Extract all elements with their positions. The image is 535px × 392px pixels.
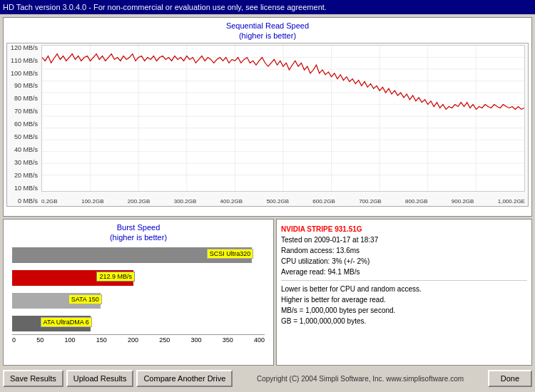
sata-bar: SATA 150 — [12, 293, 101, 309]
scsi-bar-label: SCSI Ultra320 — [207, 249, 254, 259]
info-line-1: Tested on 2009-01-17 at 18:37 — [281, 234, 527, 245]
bottom-bar: Save Results Upload Results Compare Anot… — [3, 368, 532, 389]
info-note-3: MB/s = 1,000,000 bytes per second. — [281, 305, 527, 316]
info-line-4: Average read: 94.1 MB/s — [281, 267, 527, 277]
done-button[interactable]: Done — [488, 370, 532, 387]
title-text: HD Tach version 3.0.4.0 - For non-commer… — [3, 3, 327, 11]
sata-bar-label: SATA 150 — [68, 294, 102, 304]
burst-plot: SCSI Ultra320 212.9 MB/s SATA 150 — [12, 246, 265, 346]
scsi-bar-row: SCSI Ultra320 — [12, 246, 265, 264]
compare-another-button[interactable]: Compare Another Drive — [136, 370, 233, 387]
seq-plot — [41, 45, 525, 192]
bottom-area: Burst Speed (higher is better) SCSI Ultr… — [3, 219, 532, 366]
info-title: NVIDIA STRIPE 931.51G — [281, 224, 527, 234]
info-line-2: Random access: 13.6ms — [281, 245, 527, 256]
current-bar-label: 212.9 MB/s — [96, 272, 135, 282]
save-results-button[interactable]: Save Results — [3, 370, 63, 387]
ata-bar-row: ATA UltraDMA 6 — [12, 314, 265, 333]
ata-bar: ATA UltraDMA 6 — [12, 316, 91, 331]
x-axis-labels: 0.2GB 100.2GB 200.2GB 300.2GB 400.2GB 50… — [41, 198, 525, 205]
scsi-bar: SCSI Ultra320 — [12, 247, 252, 263]
seq-svg — [42, 46, 524, 191]
copyright-text: Copyright (C) 2004 Simpli Software, Inc.… — [235, 375, 484, 383]
info-note-2: Higher is better for average read. — [281, 294, 527, 305]
current-bar-row: 212.9 MB/s — [12, 269, 265, 287]
ata-bar-label: ATA UltraDMA 6 — [41, 317, 92, 327]
sata-bar-row: SATA 150 — [12, 292, 265, 310]
seq-chart-area: 0 MB/s 10 MB/s 20 MB/s 30 MB/s 40 MB/s 5… — [6, 43, 529, 207]
sequential-chart-panel: Sequential Read Speed (higher is better)… — [3, 17, 532, 217]
info-note-1: Lower is better for CPU and random acces… — [281, 284, 527, 294]
upload-results-button[interactable]: Upload Results — [66, 370, 134, 387]
burst-chart-panel: Burst Speed (higher is better) SCSI Ultr… — [3, 219, 274, 366]
title-bar: HD Tach version 3.0.4.0 - For non-commer… — [0, 0, 535, 14]
info-note-4: GB = 1,000,000,000 bytes. — [281, 316, 527, 326]
info-panel: NVIDIA STRIPE 931.51G Tested on 2009-01-… — [276, 219, 532, 366]
current-bar: 212.9 MB/s — [12, 270, 133, 286]
info-line-3: CPU utilization: 3% (+/- 2%) — [281, 256, 527, 267]
info-divider — [281, 280, 527, 281]
seq-chart-title: Sequential Read Speed (higher is better) — [6, 21, 529, 41]
y-axis: 0 MB/s 10 MB/s 20 MB/s 30 MB/s 40 MB/s 5… — [7, 43, 41, 206]
main-container: Sequential Read Speed (higher is better)… — [0, 14, 535, 392]
burst-x-axis: 0 50 100 150 200 250 300 350 400 — [12, 334, 265, 344]
burst-chart-title: Burst Speed (higher is better) — [6, 222, 270, 243]
